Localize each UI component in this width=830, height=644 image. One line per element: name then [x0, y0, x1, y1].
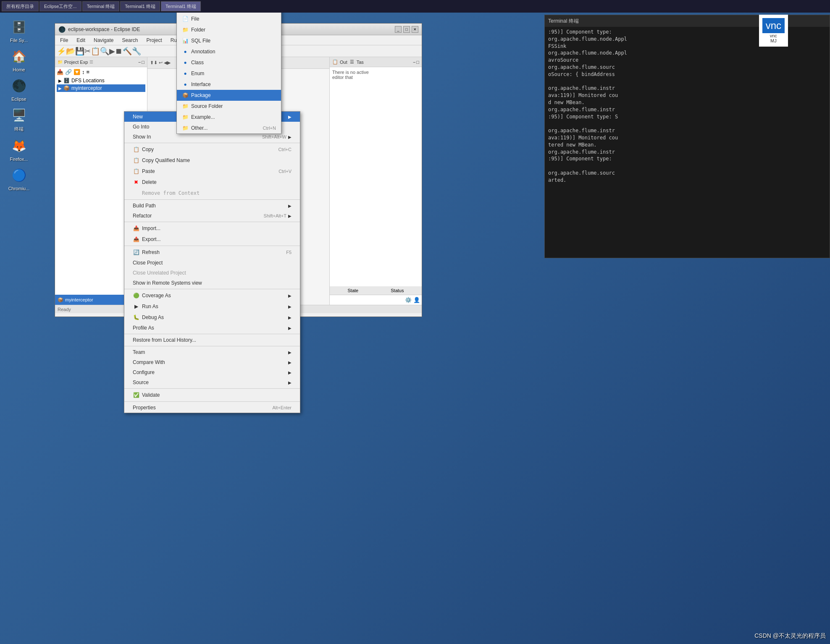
panel-actions: ⚙️ 👤	[330, 295, 422, 305]
vnc-image: vnc	[762, 18, 785, 33]
filesystem-label: File Sy...	[10, 38, 28, 43]
eclipse-label: Eclipse	[11, 97, 26, 102]
ctx-item-refresh[interactable]: 🔄 Refresh F5	[124, 247, 300, 258]
sub-item-source-folder[interactable]: 📁 Source Folder	[177, 101, 281, 112]
action-icon-1[interactable]: ⚙️	[405, 297, 412, 303]
toolbar-icon-5[interactable]: ≡	[87, 69, 90, 75]
sub-item-example[interactable]: 📁 Example...	[177, 112, 281, 123]
collapse-output-icon[interactable]: −	[413, 60, 415, 65]
desktop-icon-firefox[interactable]: 🦊 Firefox...	[4, 136, 34, 162]
desktop-icon-eclipse[interactable]: 🌑 Eclipse	[4, 76, 34, 102]
ctx-item-team[interactable]: Team ▶	[124, 347, 300, 357]
menu-edit[interactable]: Edit	[73, 37, 89, 44]
desktop-icon-filesystem[interactable]: 🗄️ File Sy...	[4, 17, 34, 43]
desktop-icon-home[interactable]: 🏠 Home	[4, 46, 34, 72]
chromium-label: Chromiu...	[8, 186, 30, 191]
ctx-item-delete[interactable]: ✖ Delete	[124, 177, 300, 188]
taskbar-item-programs[interactable]: 所有程序目录	[2, 1, 39, 11]
taskbar-item-terminal1[interactable]: Terminal 终端	[82, 1, 120, 11]
ctx-item-copy-qualified[interactable]: 📋 Copy Qualified Name	[124, 155, 300, 166]
separator-7	[124, 346, 300, 346]
ctx-item-close-project[interactable]: Close Project	[124, 258, 300, 268]
package-icon: 📦	[182, 92, 189, 99]
separator-6	[124, 334, 300, 334]
source-folder-icon: 📁	[182, 103, 189, 110]
vnc-icon[interactable]: vnc vnc MJ	[759, 15, 788, 47]
ctx-item-copy[interactable]: 📋 Copy Ctrl+C	[124, 144, 300, 155]
terminal-content: :95)] Component type: org.apache.flume.n…	[545, 27, 830, 186]
project-icon: 📦	[63, 85, 70, 91]
ctx-item-properties[interactable]: Properties Alt+Enter	[124, 403, 300, 413]
toolbar-icon-4[interactable]: ↕	[82, 69, 85, 75]
sub-item-file[interactable]: 📄 File	[177, 13, 281, 24]
ctx-item-export[interactable]: 📤 Export...	[124, 234, 300, 245]
sub-item-interface[interactable]: ● Interface	[177, 79, 281, 90]
desktop-icon-terminal[interactable]: 🖥️ 终端	[4, 105, 34, 132]
tasks-title: Tas	[357, 60, 364, 65]
toolbar-icon-2[interactable]: 🔗	[65, 69, 72, 75]
separator-9	[124, 401, 300, 402]
ctx-item-show-remote[interactable]: Show in Remote Systems view	[124, 278, 300, 288]
project-explorer-title: Project Exp	[64, 60, 88, 65]
ctx-item-compare[interactable]: Compare With ▶	[124, 357, 300, 367]
sub-item-annotation[interactable]: ● Annotation	[177, 46, 281, 57]
terminal-icon: 🖥️	[9, 105, 29, 125]
eclipse-icon: 🌑	[9, 76, 29, 96]
collapse-icon[interactable]: −	[138, 60, 141, 65]
dfs-icon: 🗄️	[63, 78, 70, 84]
bottom-icon: 📦	[58, 297, 63, 303]
ctx-item-close-unrelated[interactable]: Close Unrelated Project	[124, 268, 300, 278]
toolbar-icon-3[interactable]: 🔽	[74, 69, 80, 75]
action-icon-2[interactable]: 👤	[413, 297, 420, 303]
tree-item-dfs[interactable]: ▶ 🗄️ DFS Locations	[57, 77, 145, 84]
ctx-item-import[interactable]: 📥 Import...	[124, 223, 300, 234]
taskbar-item-terminal3[interactable]: Terminal1 终端	[161, 1, 201, 11]
submenu-arrow-compare: ▶	[288, 360, 292, 365]
sub-item-other[interactable]: 📁 Other... Ctrl+N	[177, 123, 281, 134]
ctx-item-coverage[interactable]: 🟢 Coverage As ▶	[124, 290, 300, 301]
menu-file[interactable]: File	[57, 37, 71, 44]
project-explorer-header: 📁 Project Exp ☰ − □	[55, 57, 147, 67]
ctx-item-runas[interactable]: ▶ Run As ▶	[124, 301, 300, 312]
maximize-output-icon[interactable]: □	[416, 60, 419, 65]
menu-project[interactable]: Project	[143, 37, 165, 44]
tree-item-myinterceptor[interactable]: ▶ 📦 myinterceptor	[57, 84, 145, 92]
taskbar-item-eclipse[interactable]: Eclipse工作空...	[39, 1, 81, 11]
ctx-item-refactor[interactable]: Refactor Shift+Alt+T ▶	[124, 211, 300, 221]
paste-icon: 📋	[133, 168, 139, 175]
debugas-icon: 🐛	[133, 314, 139, 321]
class-icon: ●	[182, 59, 189, 66]
sub-item-enum[interactable]: ● Enum	[177, 68, 281, 79]
menu-navigate[interactable]: Navigate	[90, 37, 117, 44]
ctx-item-remove-context[interactable]: Remove from Context	[124, 188, 300, 199]
toolbar-icon[interactable]: 📥	[57, 69, 63, 75]
maximize-panel-icon[interactable]: □	[142, 60, 144, 65]
ctx-item-debugas[interactable]: 🐛 Debug As ▶	[124, 312, 300, 323]
window-controls: _ □ ✕	[395, 26, 418, 33]
separator-5	[124, 289, 300, 289]
ctx-item-validate[interactable]: ✅ Validate	[124, 390, 300, 401]
desktop-icon-chromium[interactable]: 🔵 Chromiu...	[4, 165, 34, 191]
sub-item-folder[interactable]: 📁 Folder	[177, 24, 281, 35]
output-header: 📋 Out ☰ Tas − □	[330, 57, 422, 67]
ctx-item-configure[interactable]: Configure ▶	[124, 367, 300, 377]
submenu-arrow-buildpath: ▶	[288, 204, 292, 208]
close-button[interactable]: ✕	[412, 26, 418, 33]
sub-item-class[interactable]: ● Class	[177, 57, 281, 68]
minimize-button[interactable]: _	[395, 26, 402, 33]
sub-item-package[interactable]: 📦 Package	[177, 90, 281, 101]
ctx-item-source[interactable]: Source ▶	[124, 377, 300, 387]
sub-item-sqlfile[interactable]: 📊 SQL File	[177, 35, 281, 46]
taskbar-item-terminal2[interactable]: Terminal1 终端	[120, 1, 160, 11]
ctx-item-buildpath[interactable]: Build Path ▶	[124, 201, 300, 211]
ctx-item-restore-history[interactable]: Restore from Local History...	[124, 335, 300, 345]
export-icon: 📤	[133, 236, 139, 243]
ctx-item-paste[interactable]: 📋 Paste Ctrl+V	[124, 166, 300, 177]
menu-search[interactable]: Search	[118, 37, 141, 44]
desktop: 所有程序目录 Eclipse工作空... Terminal 终端 Termina…	[0, 0, 830, 644]
separator-2	[124, 199, 300, 200]
ctx-item-profileas[interactable]: Profile As ▶	[124, 323, 300, 333]
maximize-button[interactable]: □	[403, 26, 410, 33]
filesystem-icon: 🗄️	[9, 17, 29, 37]
validate-icon: ✅	[133, 392, 139, 398]
